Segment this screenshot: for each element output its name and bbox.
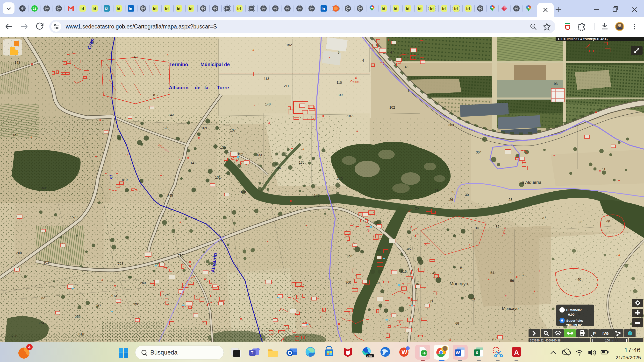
svg-text:a: a: [30, 135, 32, 138]
svg-text:817: 817: [153, 93, 159, 97]
svg-text:53: 53: [471, 297, 475, 301]
svg-text:Alhaurin: Alhaurin: [169, 85, 188, 90]
svg-text:IVG: IVG: [602, 331, 609, 336]
svg-text:260: 260: [140, 281, 146, 285]
svg-text:W: W: [456, 350, 460, 355]
svg-text:818: 818: [78, 332, 84, 336]
svg-text:id: id: [80, 6, 84, 11]
svg-text:47: 47: [430, 300, 433, 304]
svg-text:763: 763: [118, 262, 124, 266]
svg-text:a: a: [180, 221, 181, 224]
svg-text:a: a: [252, 48, 254, 51]
svg-text:Termino: Termino: [169, 62, 188, 67]
svg-text:de: de: [195, 85, 200, 90]
svg-text:142: 142: [168, 113, 174, 117]
svg-text:162: 162: [12, 133, 18, 137]
svg-text:47: 47: [390, 50, 394, 54]
svg-text:138: 138: [240, 190, 246, 194]
svg-text:21/05/2025: 21/05/2025: [616, 355, 641, 360]
svg-text:Municipal de: Municipal de: [200, 62, 230, 67]
svg-text:113: 113: [264, 77, 269, 81]
svg-text:0.00: 0.00: [568, 313, 574, 316]
svg-text:4: 4: [28, 345, 31, 350]
svg-text:id: id: [430, 6, 434, 11]
svg-text:144: 144: [163, 126, 169, 130]
svg-text:109: 109: [337, 93, 343, 97]
svg-text:37: 37: [542, 216, 546, 220]
svg-text:353996.22, 4060160.88: 353996.22, 4060160.88: [530, 339, 561, 342]
svg-text:Torre: Torre: [217, 85, 229, 90]
svg-text:id: id: [165, 6, 168, 11]
svg-text:a: a: [306, 224, 307, 227]
svg-text:135: 135: [299, 160, 304, 164]
svg-text:A: A: [514, 349, 519, 356]
svg-text:P: P: [593, 331, 596, 336]
svg-text:11: 11: [602, 167, 606, 171]
svg-text:i: i: [630, 332, 630, 335]
svg-text:200: 200: [16, 251, 22, 255]
svg-text:93: 93: [554, 82, 558, 86]
svg-text:152: 152: [286, 43, 292, 47]
svg-text:id: id: [153, 6, 156, 11]
svg-text:48: 48: [404, 65, 408, 69]
svg-text:Moncayo: Moncayo: [502, 306, 519, 311]
svg-text:in: in: [129, 7, 132, 11]
svg-text:56: 56: [510, 279, 514, 283]
svg-text:26: 26: [449, 198, 453, 202]
svg-text:256: 256: [75, 315, 81, 319]
svg-text:a: a: [167, 53, 168, 57]
svg-text:id: id: [189, 6, 192, 11]
svg-text:358: 358: [347, 254, 352, 258]
svg-text:a: a: [328, 56, 330, 59]
svg-text:136: 136: [275, 166, 281, 170]
svg-text:257: 257: [96, 304, 101, 308]
svg-text:49: 49: [432, 271, 436, 275]
svg-text:130: 130: [220, 145, 226, 149]
svg-text:la: la: [204, 85, 209, 90]
svg-text:160: 160: [40, 186, 46, 190]
svg-text:id: id: [466, 6, 470, 11]
svg-text:141: 141: [190, 161, 196, 165]
svg-text:a: a: [102, 279, 103, 282]
svg-text:202: 202: [44, 260, 49, 264]
svg-text:a: a: [127, 153, 128, 157]
svg-text:IJ: IJ: [105, 7, 108, 11]
svg-text:143: 143: [14, 60, 20, 64]
svg-text:id: id: [454, 6, 458, 11]
svg-text:35: 35: [496, 225, 500, 229]
svg-text:W: W: [402, 349, 407, 356]
svg-text:8: 8: [408, 89, 410, 92]
svg-text:148: 148: [265, 102, 271, 106]
svg-text:44: 44: [377, 281, 381, 285]
svg-text:40: 40: [577, 278, 581, 281]
svg-text:id: id: [394, 6, 397, 11]
svg-text:28: 28: [508, 198, 512, 202]
svg-text:250: 250: [12, 334, 18, 338]
svg-text:Búsqueda: Búsqueda: [150, 349, 178, 356]
svg-text:145: 145: [314, 194, 320, 197]
svg-text:a: a: [449, 338, 451, 342]
svg-text:4: 4: [362, 59, 364, 62]
svg-text:21: 21: [33, 7, 36, 10]
svg-text:17:46: 17:46: [624, 347, 640, 354]
svg-text:45: 45: [407, 247, 411, 251]
svg-text:b: b: [198, 136, 200, 139]
svg-text:in: in: [322, 7, 325, 11]
svg-text:a: a: [599, 169, 601, 173]
svg-text:57: 57: [520, 273, 524, 277]
svg-text:749: 749: [168, 194, 173, 197]
svg-text:28: 28: [435, 189, 439, 193]
svg-text:25: 25: [415, 206, 419, 210]
svg-text:Moncayo: Moncayo: [450, 281, 468, 286]
svg-text:169: 169: [201, 126, 207, 130]
svg-text:137: 137: [230, 128, 236, 132]
svg-text:3: 3: [338, 50, 340, 54]
svg-text:54: 54: [490, 271, 494, 275]
svg-text:34: 34: [475, 226, 479, 230]
svg-text:55: 55: [508, 271, 512, 275]
svg-text:210: 210: [337, 177, 343, 181]
svg-text:61: 61: [460, 266, 464, 270]
svg-text:id: id: [382, 6, 385, 11]
svg-text:7906.39 m²: 7906.39 m²: [565, 323, 582, 327]
svg-text:a: a: [553, 154, 555, 157]
